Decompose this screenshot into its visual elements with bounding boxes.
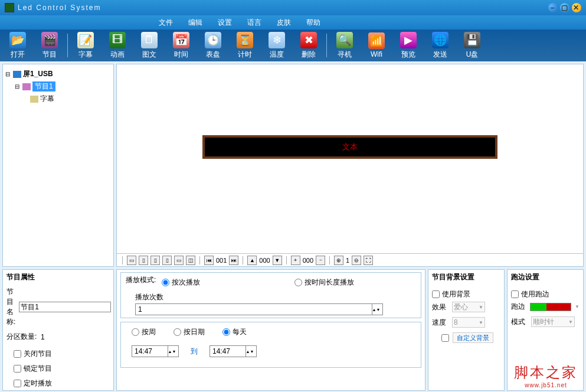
menu-item-1[interactable]: 编辑 [186,17,205,29]
tree-node-subtitle[interactable]: 字幕 [5,93,111,105]
tool-图文[interactable]: 🗒图文 [134,31,165,60]
collapse-icon[interactable]: ⊟ [15,83,21,90]
tool-字幕[interactable]: 📝字幕 [70,31,101,60]
use-background-checkbox[interactable] [432,290,440,298]
tree-panel: ⊟ 屏1_USB ⊟ 节目1 字幕 [2,64,114,267]
menu-item-0[interactable]: 文件 [156,17,175,29]
spinner-icon[interactable]: ▲▼ [245,346,254,357]
spinner-icon[interactable]: ▲▼ [372,304,380,315]
layout-btn-2[interactable]: ▯ [139,256,148,265]
preview-canvas[interactable]: 文本 [116,64,584,254]
border-mode-select[interactable]: 顺时针▼ [531,316,575,327]
寻机-icon: 🔍 [336,32,353,48]
tool-计时[interactable]: ⏳计时 [230,31,260,60]
tree-node-screen[interactable]: ⊟ 屏1_USB [5,68,111,80]
tool-label: U盘 [466,50,479,60]
first-button[interactable]: ⏮ [204,256,214,265]
menu-item-5[interactable]: 帮助 [304,17,323,29]
page-index-3: 000 [303,257,313,264]
time-to-input[interactable]: 14:47▲▼ [209,345,257,357]
zoom-in-button[interactable]: ⊕ [334,256,343,265]
by-week-radio[interactable] [132,328,139,336]
background-panel: 节目背景设置 使用背景 效果爱心▼ 速度8▼ 自定义背景 [428,269,505,391]
tool-label: 温度 [270,50,284,60]
menu-item-2[interactable]: 设置 [215,17,234,29]
play-count-input[interactable]: 1 ▲▼ [135,303,383,315]
use-border-checkbox[interactable] [511,290,519,298]
删除-icon: ✖ [300,32,317,48]
tool-label: 计时 [238,50,252,60]
close-button[interactable]: ✕ [572,3,581,12]
chevron-down-icon[interactable]: ▼ [575,304,580,309]
timed-play-checkbox[interactable] [14,380,21,387]
spinner-icon[interactable]: ▲▼ [168,346,176,357]
title-bar: Led Control System – ▢ ✕ [0,0,586,15]
custom-bg-checkbox[interactable] [441,334,449,342]
minimize-button[interactable]: – [548,3,558,12]
tool-发送[interactable]: 🌐发送 [425,31,456,60]
tool-打开[interactable]: 📂打开 [2,31,33,60]
layout-btn-6[interactable]: ◫ [186,256,195,265]
properties-row: 节目属性 节目名称: 分区数量: 1 关闭节目 锁定节目 定时播放 播放模式: … [0,269,586,392]
tool-动画[interactable]: 🎞动画 [102,31,133,60]
tool-删除[interactable]: ✖删除 [293,31,324,60]
tool-寻机[interactable]: 🔍寻机 [329,31,360,60]
collapse-icon[interactable]: ⊟ [5,71,11,77]
温度-icon: ❄ [269,32,285,48]
tool-label: 节目 [42,50,57,60]
Wifi-icon: 📶 [368,32,385,49]
canvas-toolbar: ▭ ▯ ▯ ▯ ▭ ◫ ⏮ 001 ⏭ ▲ 000 ▼ ＋ 000 － ⊕ 1 … [116,254,584,267]
led-display[interactable]: 文本 [202,135,497,159]
up-button[interactable]: ▲ [247,256,257,265]
maximize-button[interactable]: ▢ [560,3,569,12]
tool-时间[interactable]: 📅时间 [166,31,197,60]
字幕-icon: 📝 [77,32,94,48]
plus-button[interactable]: ＋ [291,256,300,265]
layout-btn-5[interactable]: ▭ [174,256,184,265]
border-color-preview [530,303,571,311]
minus-button[interactable]: － [316,256,325,265]
program-name-input[interactable] [19,302,111,312]
tree-label: 字幕 [40,94,54,104]
tool-label: 字幕 [78,50,93,60]
name-label: 节目名称: [6,287,15,327]
tree-label: 屏1_USB [23,69,53,79]
动画-icon: 🎞 [109,32,126,48]
play-mode-label: 播放模式: [126,275,156,290]
tree-node-program[interactable]: ⊟ 节目1 [5,80,111,93]
layout-btn-3[interactable]: ▯ [150,256,160,265]
tool-Wifi[interactable]: 📶Wifi [361,31,392,60]
zoom-out-button[interactable]: ⊖ [352,256,361,265]
tool-节目[interactable]: 🎬节目 [34,31,65,60]
effect-select[interactable]: 爱心▼ [452,302,485,312]
play-by-time-radio[interactable] [294,279,302,286]
play-count-label: 播放次数 [135,292,416,302]
menu-item-4[interactable]: 皮肤 [274,17,293,29]
close-program-checkbox[interactable] [14,350,21,358]
tool-label: 寻机 [338,50,352,60]
menu-bar: 文件编辑设置语言皮肤帮助 [0,15,586,30]
tool-U盘[interactable]: 💾U盘 [457,31,487,60]
custom-bg-button[interactable]: 自定义背景 [453,332,493,343]
计时-icon: ⏳ [237,32,253,48]
panel-title: 节目属性 [6,272,110,282]
layout-btn-4[interactable]: ▯ [162,256,172,265]
time-from-input[interactable]: 14:47▲▼ [132,345,179,357]
tool-温度[interactable]: ❄温度 [261,31,292,60]
down-button[interactable]: ▼ [273,256,282,265]
tool-label: 时间 [174,50,188,60]
tool-label: 预览 [401,50,415,60]
layout-btn-1[interactable]: ▭ [127,256,136,265]
表盘-icon: 🕒 [205,32,221,48]
speed-select[interactable]: 8▼ [452,317,485,328]
app-title: Led Control System [18,4,101,12]
tool-预览[interactable]: ▶预览 [393,31,424,60]
last-button[interactable]: ⏭ [229,256,238,265]
daily-radio[interactable] [222,328,230,336]
by-date-radio[interactable] [173,328,181,336]
tool-表盘[interactable]: 🕒表盘 [198,31,228,60]
play-by-count-radio[interactable] [162,279,169,286]
lock-program-checkbox[interactable] [14,365,21,373]
menu-item-3[interactable]: 语言 [245,17,264,29]
fit-button[interactable]: ⛶ [364,256,373,265]
